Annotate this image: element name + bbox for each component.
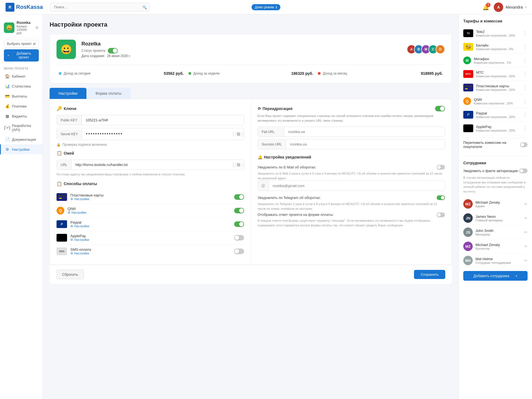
webhook-url-row: URL http://forms.testsite.ru/handler.txt… <box>57 160 244 170</box>
reset-button[interactable]: Сбросить <box>56 270 84 279</box>
fail-url-input[interactable] <box>284 127 445 137</box>
payment-toggle-sms[interactable] <box>234 249 244 254</box>
sidebar-item-payouts[interactable]: 💳 Выплаты <box>0 91 43 101</box>
settings-panel: 🔑 Ключи Public KEY 105221-a704f Secret K… <box>50 99 452 284</box>
edit-staff-michael-z[interactable]: ✏ <box>524 202 528 206</box>
plus-icon: ＋ <box>7 53 10 58</box>
sidebar-item-api[interactable]: {'>'} Разработка (API) <box>0 121 43 134</box>
notify-auth-toggle[interactable] <box>519 168 528 173</box>
tariff-more-cards[interactable]: ⋮ <box>523 85 528 91</box>
tariff-name-megafon: Мегафон <box>474 57 520 61</box>
demo-badge-text: Демо режим <box>255 5 274 9</box>
tariff-more-megafon[interactable]: ⋮ <box>523 57 528 63</box>
select-project-button[interactable]: Выбрать проект ⇄ <box>4 40 39 48</box>
secret-key-row: Secret KEY •••••••••••••••• ⧉ <box>57 128 244 140</box>
success-url-input[interactable] <box>286 139 445 149</box>
edit-staff-mat-h[interactable]: ✏ <box>524 258 528 263</box>
email-notif-toggle[interactable] <box>437 165 445 170</box>
stat-month-label: Доход за месяц <box>323 71 347 75</box>
email-notif-desc: Уведомлять по E-Mail 2 раза в сутки в 9 … <box>258 171 445 180</box>
settings-link-icon-paypal: ⚙ <box>70 224 73 228</box>
tariff-commission-cards: Комиссия покупателя : 20% <box>476 88 520 91</box>
add-project-button[interactable]: ＋ Добавить проект <box>4 49 39 62</box>
status-toggle[interactable] <box>108 48 118 53</box>
stat-week: Доход за неделю 186320 руб. <box>186 71 316 76</box>
save-button[interactable]: Сохранить <box>414 270 445 279</box>
tariff-more-tele2[interactable]: ⋮ <box>523 30 528 36</box>
success-url-row: Success URL <box>258 139 445 149</box>
payment-settings-link-paypal[interactable]: ⚙ Настройки <box>70 224 231 228</box>
redirect-section-title: ⟳ Переадресация <box>258 106 293 111</box>
email-input[interactable] <box>269 181 445 191</box>
settings-tabs: Настройки Форма оплаты <box>50 88 452 99</box>
display-response-toggle[interactable] <box>437 213 445 217</box>
sidebar-item-settings[interactable]: ⚙ Настройки <box>0 144 43 154</box>
payment-toggle-qiwi[interactable] <box>234 208 244 213</box>
payment-settings-link-sms[interactable]: ⚙ Настройки <box>70 252 231 255</box>
tariff-cards: Пластиковые карты Комиссия покупателя : … <box>463 81 528 94</box>
sidebar-item-cabinet-label: Кабинет <box>12 74 25 78</box>
edit-staff-james-n[interactable]: ✏ <box>524 216 528 220</box>
commission-toggle[interactable] <box>520 142 528 147</box>
tariff-logo-qiwi: Q <box>463 97 471 105</box>
tariff-more-beeline[interactable]: ⋮ <box>523 44 528 50</box>
notif-section-title: 🔔 Настройка уведомлений <box>258 155 445 159</box>
tab-settings[interactable]: Настройки <box>50 88 86 99</box>
payment-methods-list: Пластиковые карты ⚙ Настройки <box>57 190 244 258</box>
add-staff-button[interactable]: Добавить сотрудника 👤+ <box>463 271 528 281</box>
sidebar-item-payments[interactable]: 💰 Платежи <box>0 101 43 111</box>
sidebar-item-stats[interactable]: 📊 Статистика <box>0 81 43 91</box>
staff-name-james-n: James Neon <box>475 214 521 219</box>
swap-icon: ⇄ <box>33 42 36 46</box>
project-big-name: Rozetka <box>81 41 401 47</box>
user-profile[interactable]: A Alexandra ▾ <box>494 2 526 12</box>
lock-icon: 🔒 <box>57 143 61 147</box>
payment-toggle-paypal[interactable] <box>234 221 244 227</box>
tab-payment-form[interactable]: Форма оплаты <box>86 88 131 99</box>
project-header-card: 😀 Rozetka Статус проекта: Дата создания: <box>50 34 452 83</box>
toggle-track[interactable] <box>108 48 118 53</box>
payment-toggle-cards[interactable] <box>234 194 244 200</box>
tariff-logo-applepay <box>463 124 473 132</box>
notification-button[interactable]: 🔔 3 <box>482 4 489 11</box>
payment-settings-link-cards[interactable]: ⚙ Настройки <box>70 197 231 201</box>
tariff-more-qiwi[interactable]: ⋮ <box>523 98 528 104</box>
project-info: Rozetka Баланс: 125000 руб. <box>17 21 33 35</box>
payment-settings-link-qiwi[interactable]: ⚙ Настройки <box>68 211 231 214</box>
payment-name-applepay: ApplePay <box>70 234 231 238</box>
payment-name-paypal: Paypal <box>70 220 231 224</box>
project-header-top: 😀 Rozetka Статус проекта: Дата создания: <box>57 40 445 59</box>
payment-item-paypal: P Paypal ⚙ Настройки <box>57 218 244 231</box>
search-input[interactable] <box>50 3 150 11</box>
webhook-url-label: URL <box>57 160 71 170</box>
sidebar-item-cabinet[interactable]: 🏠 Кабинет <box>0 71 43 81</box>
sidebar-item-docs[interactable]: 📄 Документация <box>0 134 43 144</box>
tariff-name-cards: Пластиковые карты <box>476 84 520 88</box>
payment-settings-link-applepay[interactable]: ⚙ Настройки <box>70 238 231 242</box>
tariff-logo-megafon: M <box>463 57 471 64</box>
redirect-toggle[interactable] <box>435 106 445 111</box>
tariff-commission-qiwi: Комиссия покупателя : 20% <box>474 102 520 105</box>
search-icon[interactable]: 🔍 <box>142 5 147 9</box>
tariff-more-mts[interactable]: ⋮ <box>523 71 528 77</box>
sidebar-item-widgets[interactable]: ▦ Виджеты <box>0 111 43 121</box>
copy-webhook-url-button[interactable]: ⧉ <box>233 162 244 167</box>
right-panel: Тарифы и комиссии T2 Tele2 Комиссия поку… <box>459 14 532 399</box>
edit-staff-michael-z2[interactable]: ✏ <box>524 244 528 249</box>
tariff-info-megafon: Мегафон Комиссия покупателя : 1% <box>474 57 520 64</box>
toggle-thumb <box>113 48 117 53</box>
payment-toggle-applepay[interactable] <box>234 235 244 241</box>
tariff-more-applepay[interactable]: ⋮ <box>523 125 528 131</box>
tariff-name-applepay: ApplePay <box>476 125 520 129</box>
username: Alexandra <box>505 5 523 9</box>
edit-staff-john-s[interactable]: ✏ <box>524 230 528 234</box>
payment-info-cards: Пластиковые карты ⚙ Настройки <box>70 193 231 201</box>
tariff-more-paypal[interactable]: ⋮ <box>523 112 528 118</box>
add-staff-icon: 👤+ <box>511 274 518 278</box>
copy-secret-key-button[interactable]: ⧉ <box>233 132 244 137</box>
telegram-notif-toggle[interactable] <box>437 195 445 200</box>
demo-badge[interactable]: Демо режим ℹ <box>252 4 280 10</box>
project-settings-icon[interactable]: ⚙ <box>35 25 39 30</box>
staff-section: Сотрудники Уведомить о факте авторизации… <box>463 161 528 281</box>
payment-methods-section-title: 📋 Способы оплаты <box>57 181 244 186</box>
